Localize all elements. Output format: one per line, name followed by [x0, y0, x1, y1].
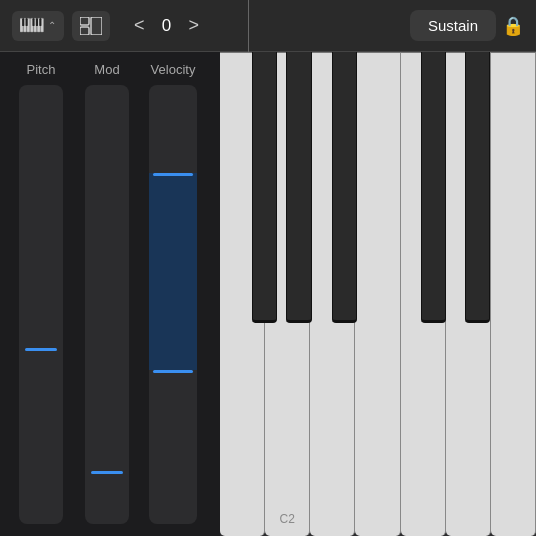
pitch-slider[interactable] [19, 85, 63, 524]
pitch-slider-column: Pitch [8, 52, 74, 536]
pitch-indicator [25, 348, 57, 351]
black-key-fs2[interactable] [421, 52, 446, 323]
sustain-area: Sustain 🔒 [410, 10, 524, 41]
toolbar-left: ⌃ [12, 11, 110, 41]
keyboard-area: C2 [220, 52, 536, 536]
black-key-gs2[interactable] [465, 52, 490, 323]
nav-prev-button[interactable]: < [126, 11, 153, 40]
black-key-ds2[interactable] [332, 52, 357, 323]
white-key-e2[interactable] [355, 52, 400, 536]
instrument-picker-button[interactable]: ⌃ [12, 11, 64, 41]
white-key-a2[interactable] [491, 52, 536, 536]
velocity-slider-column: Velocity [140, 52, 206, 536]
velocity-slider[interactable] [149, 85, 197, 524]
velocity-label: Velocity [151, 52, 196, 85]
mod-slider-column: Mod [74, 52, 140, 536]
main-content: Pitch Mod Velocity [0, 52, 536, 536]
sliders-area: Pitch Mod Velocity [0, 52, 220, 536]
svg-rect-7 [22, 18, 24, 26]
svg-rect-13 [80, 27, 89, 35]
velocity-fill [149, 173, 197, 371]
svg-rect-9 [32, 18, 34, 26]
toolbar: ⌃ < 0 > Sustain 🔒 [0, 0, 536, 52]
layout-icon [80, 17, 102, 35]
nav-number: 0 [157, 16, 177, 36]
black-key-bb1[interactable] [252, 52, 277, 323]
svg-rect-11 [39, 18, 41, 26]
nav-group: < 0 > [126, 11, 207, 40]
svg-rect-10 [36, 18, 38, 26]
mod-label: Mod [94, 52, 119, 85]
mod-slider[interactable] [85, 85, 129, 524]
piano-keys-icon [20, 17, 44, 35]
instrument-picker-chevron: ⌃ [48, 20, 56, 31]
keyboard-wrapper: C2 [220, 52, 536, 536]
nav-next-button[interactable]: > [181, 11, 208, 40]
velocity-bottom-indicator [153, 370, 193, 373]
svg-rect-8 [26, 18, 28, 26]
mod-indicator [91, 471, 123, 474]
black-key-cs2[interactable] [286, 52, 311, 323]
svg-rect-14 [91, 17, 102, 35]
velocity-top-indicator [153, 173, 193, 176]
layout-button[interactable] [72, 11, 110, 41]
lock-icon[interactable]: 🔒 [502, 15, 524, 37]
vertical-divider [248, 0, 249, 52]
svg-rect-12 [80, 17, 89, 25]
pitch-label: Pitch [27, 52, 56, 85]
c2-label: C2 [265, 512, 309, 526]
sustain-button[interactable]: Sustain [410, 10, 496, 41]
